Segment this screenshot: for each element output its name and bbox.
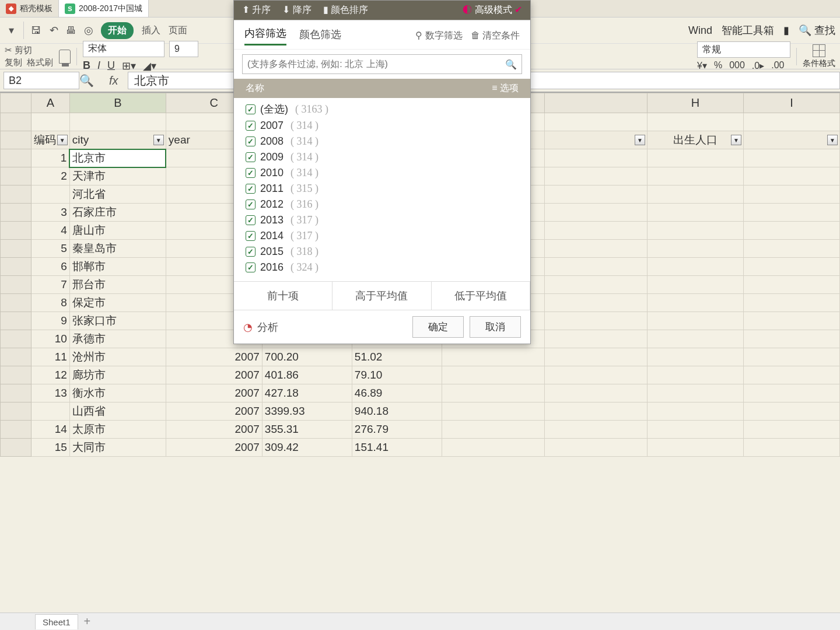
cell[interactable] [544,439,647,457]
cell[interactable] [647,167,743,186]
cell[interactable] [647,384,743,402]
cell[interactable] [647,421,743,439]
checkbox-icon[interactable]: ✓ [246,104,256,114]
cell[interactable] [544,240,647,258]
cell[interactable]: 11 [31,348,69,366]
cell[interactable]: 石家庄市 [69,204,166,222]
cell[interactable] [544,167,647,186]
currency-button[interactable]: ¥▾ [697,60,707,71]
cell[interactable] [743,312,839,330]
cell[interactable] [647,330,743,348]
cell[interactable]: 401.86 [262,366,352,384]
cell[interactable] [647,222,743,240]
col-G[interactable] [544,93,647,113]
row-head[interactable] [1,222,32,240]
row-head[interactable] [1,312,32,330]
inc-decimal-button[interactable]: .0▸ [752,60,764,71]
cell[interactable]: 4 [31,222,69,240]
cell[interactable]: 8 [31,294,69,312]
filter-item[interactable]: ✓(全选)( 3163 ) [246,100,519,118]
col-I[interactable]: I [743,93,839,113]
cell[interactable] [544,330,647,348]
col-A[interactable]: A [31,93,69,113]
cell[interactable]: 2007 [166,348,262,366]
clear-filter-button[interactable]: 🗑 清空条件 [471,30,520,42]
undo-icon[interactable]: ↶ [47,24,60,37]
filter-item[interactable]: ✓2016( 324 ) [246,260,519,275]
percent-button[interactable]: % [714,60,722,71]
cell[interactable]: 衡水市 [69,384,166,402]
cell[interactable]: 79.10 [352,366,442,384]
cell[interactable] [647,294,743,312]
top10-button[interactable]: 前十项 [234,282,332,310]
cell[interactable]: 12 [31,366,69,384]
fx-icon[interactable]: fx [109,74,118,88]
cancel-button[interactable]: 取消 [470,316,521,338]
filter-item[interactable]: ✓2007( 314 ) [246,118,519,134]
cell[interactable]: 1 [31,149,69,167]
cell[interactable] [647,186,743,204]
cell[interactable]: 张家口市 [69,312,166,330]
bold-button[interactable]: B [83,60,90,72]
condfmt-label[interactable]: 条件格式 [803,58,835,69]
checkbox-icon[interactable]: ✓ [246,184,256,194]
underline-button[interactable]: U [107,60,115,72]
cell[interactable] [544,348,647,366]
above-avg-button[interactable]: 高于平均值 [332,282,431,310]
sheet-tab[interactable]: Sheet1 [35,614,78,629]
row-head[interactable] [1,113,32,131]
cell[interactable] [647,240,743,258]
cell[interactable]: 廊坊市 [69,366,166,384]
filter-arrow[interactable]: ▼ [731,135,741,145]
cell[interactable]: 邯郸市 [69,258,166,276]
filter-arrow[interactable]: ▼ [635,135,645,145]
brush-icon[interactable] [59,50,71,64]
filter-search[interactable]: 🔍 [242,54,522,74]
checkbox-icon[interactable]: ✓ [246,168,256,178]
menu-smart[interactable]: 智能工具箱 [722,23,774,37]
name-search-icon[interactable]: 🔍 [79,74,94,88]
italic-button[interactable]: I [97,60,100,72]
cell[interactable] [442,366,544,384]
cell[interactable] [743,149,839,167]
print-icon[interactable]: 🖶 [65,24,78,37]
row-head[interactable] [1,258,32,276]
cell[interactable] [442,384,544,402]
tab-content-filter[interactable]: 内容筛选 [244,26,286,46]
tab-file[interactable]: S 2008-2017中国城 [59,0,149,17]
cell[interactable]: 天津市 [69,167,166,186]
dropdown-icon[interactable]: ▾ [5,24,18,37]
checkbox-icon[interactable]: ✓ [246,121,256,131]
cell[interactable]: 承德市 [69,330,166,348]
cell[interactable] [544,149,647,167]
filter-item[interactable]: ✓2010( 314 ) [246,165,519,181]
filter-arrow[interactable]: ▼ [57,135,68,145]
cell[interactable]: 沧州市 [69,348,166,366]
cell[interactable]: 3 [31,204,69,222]
cell[interactable] [743,366,839,384]
menu-wind[interactable]: Wind [688,24,712,37]
cell[interactable] [743,222,839,240]
cell[interactable]: 北京市 [69,149,166,167]
cell[interactable] [743,402,839,421]
row-head[interactable] [1,439,32,457]
filter-search-input[interactable] [247,59,505,69]
cell[interactable] [647,312,743,330]
cell[interactable] [544,366,647,384]
cell[interactable] [544,312,647,330]
checkbox-icon[interactable]: ✓ [246,200,256,209]
copy-button[interactable]: 复制 [5,57,22,68]
cell[interactable] [743,384,839,402]
cell[interactable] [442,402,544,421]
condfmt-icon[interactable] [813,44,825,57]
find-button[interactable]: 🔍 查找 [799,23,835,37]
fill-color-button[interactable]: ◢▾ [143,60,156,72]
filter-item[interactable]: ✓2011( 315 ) [246,181,519,197]
row-head[interactable] [1,276,32,294]
save-icon[interactable]: 🖫 [30,24,43,37]
filter-item[interactable]: ✓2008( 314 ) [246,134,519,149]
format-brush-button[interactable]: 格式刷 [27,57,53,68]
cell[interactable] [647,204,743,222]
row-head[interactable] [1,186,32,204]
cell[interactable]: 2 [31,167,69,186]
